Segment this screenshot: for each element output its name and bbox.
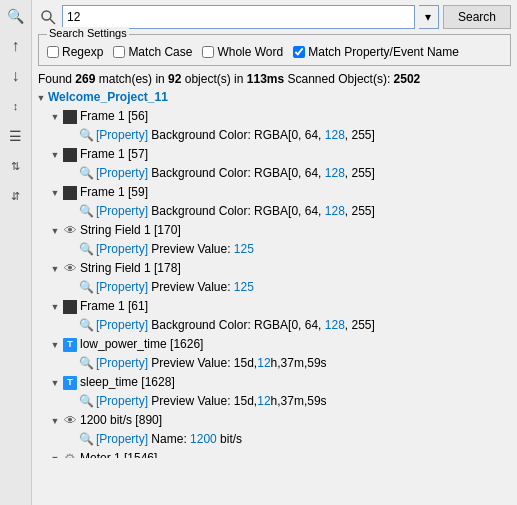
sidebar-sort-icon[interactable]: ⇅ xyxy=(4,154,28,178)
list-item[interactable]: ▼ Frame 1 [59] xyxy=(32,183,517,202)
search-button[interactable]: Search xyxy=(443,5,511,29)
sidebar: 🔍 ↑ ↓ ↕ ☰ ⇅ ⇵ xyxy=(0,0,32,505)
frame-icon xyxy=(62,147,78,163)
list-item[interactable]: ▼ 👁 1200 bit/s [890] xyxy=(32,411,517,430)
sidebar-down-icon[interactable]: ↓ xyxy=(4,64,28,88)
search-small-icon: 🔍 xyxy=(78,242,94,258)
svg-point-0 xyxy=(42,11,51,20)
sidebar-up-icon[interactable]: ↑ xyxy=(4,34,28,58)
list-item[interactable]: ▼ T sleep_time [1628] xyxy=(32,373,517,392)
eye-icon: 👁 xyxy=(62,413,78,429)
eye-icon: 👁 xyxy=(62,261,78,277)
results-bar: Found 269 match(es) in 92 object(s) in 1… xyxy=(32,70,517,88)
frame-icon xyxy=(62,299,78,315)
list-item[interactable]: 🔍 [Property] Preview Value: 15d,12h,37m,… xyxy=(32,392,517,411)
list-item[interactable]: ▼ Frame 1 [56] xyxy=(32,107,517,126)
property-label: [Property] Background Color: RGBA[0, 64,… xyxy=(96,165,375,182)
list-item[interactable]: 🔍 [Property] Background Color: RGBA[0, 6… xyxy=(32,164,517,183)
match-case-checkbox[interactable] xyxy=(113,46,125,58)
search-small-icon: 🔍 xyxy=(78,280,94,296)
match-property-label: Match Property/Event Name xyxy=(308,45,459,59)
match-property-checkbox[interactable] xyxy=(293,46,305,58)
gear-icon: ⚙ xyxy=(62,451,78,459)
property-label: [Property] Background Color: RGBA[0, 64,… xyxy=(96,317,375,334)
whole-word-checkbox[interactable] xyxy=(202,46,214,58)
search-small-icon: 🔍 xyxy=(78,166,94,182)
node-label: Frame 1 [59] xyxy=(80,184,148,201)
regex-checkbox[interactable] xyxy=(47,46,59,58)
search-icon xyxy=(38,7,58,27)
expand-icon: ▼ xyxy=(48,186,62,200)
expand-icon: ▼ xyxy=(48,376,62,390)
property-label: [Property] Background Color: RGBA[0, 64,… xyxy=(96,203,375,220)
main-content: ▾ Search Search Settings Regexp Match Ca… xyxy=(32,0,517,505)
expand-icon: ▼ xyxy=(48,224,62,238)
tree-panel[interactable]: ▼ Welcome_Project_11 ▼ Frame 1 [56] 🔍 [P… xyxy=(32,88,517,458)
svg-line-1 xyxy=(50,19,55,24)
list-item[interactable]: 🔍 [Property] Background Color: RGBA[0, 6… xyxy=(32,126,517,145)
expand-icon: ▼ xyxy=(48,300,62,314)
list-item[interactable]: 🔍 [Property] Preview Value: 15d,12h,37m,… xyxy=(32,354,517,373)
sidebar-adjust-icon[interactable]: ⇵ xyxy=(4,184,28,208)
property-label: [Property] Preview Value: 125 xyxy=(96,241,254,258)
node-label: low_power_time [1626] xyxy=(80,336,203,353)
list-item[interactable]: ▼ T low_power_time [1626] xyxy=(32,335,517,354)
search-dropdown-button[interactable]: ▾ xyxy=(419,5,439,29)
frame-icon xyxy=(62,109,78,125)
sidebar-updown-icon[interactable]: ↕ xyxy=(4,94,28,118)
match-case-label: Match Case xyxy=(128,45,192,59)
frame-icon xyxy=(62,185,78,201)
search-settings: Search Settings Regexp Match Case Whole … xyxy=(38,34,511,66)
regex-checkbox-label[interactable]: Regexp xyxy=(47,45,103,59)
settings-row: Regexp Match Case Whole Word Match Prope… xyxy=(47,45,502,59)
tree-root[interactable]: ▼ Welcome_Project_11 xyxy=(32,88,517,107)
list-item[interactable]: ▼ Frame 1 [61] xyxy=(32,297,517,316)
eye-icon: 👁 xyxy=(62,223,78,239)
search-small-icon: 🔍 xyxy=(78,432,94,448)
list-item[interactable]: 🔍 [Property] Preview Value: 125 xyxy=(32,240,517,259)
list-item[interactable]: ▼ ⚙ Meter 1 [1546] xyxy=(32,449,517,458)
node-label: sleep_time [1628] xyxy=(80,374,175,391)
node-label: Frame 1 [61] xyxy=(80,298,148,315)
T-icon: T xyxy=(62,337,78,353)
search-small-icon: 🔍 xyxy=(78,204,94,220)
expand-icon: ▼ xyxy=(34,91,48,105)
expand-icon: ▼ xyxy=(48,110,62,124)
node-label: 1200 bit/s [890] xyxy=(80,412,162,429)
search-input[interactable] xyxy=(62,5,415,29)
expand-icon: ▼ xyxy=(48,452,62,459)
search-small-icon: 🔍 xyxy=(78,128,94,144)
node-label: Frame 1 [57] xyxy=(80,146,148,163)
regex-label: Regexp xyxy=(62,45,103,59)
whole-word-checkbox-label[interactable]: Whole Word xyxy=(202,45,283,59)
expand-icon: ▼ xyxy=(48,148,62,162)
expand-icon: ▼ xyxy=(48,338,62,352)
property-label: [Property] Preview Value: 15d,12h,37m,59… xyxy=(96,393,327,410)
settings-legend: Search Settings xyxy=(47,27,129,39)
search-small-icon: 🔍 xyxy=(78,356,94,372)
property-label: [Property] Preview Value: 15d,12h,37m,59… xyxy=(96,355,327,372)
list-item[interactable]: ▼ 👁 String Field 1 [170] xyxy=(32,221,517,240)
search-small-icon: 🔍 xyxy=(78,318,94,334)
property-label: [Property] Background Color: RGBA[0, 64,… xyxy=(96,127,375,144)
root-label: Welcome_Project_11 xyxy=(48,89,168,106)
node-label: Meter 1 [1546] xyxy=(80,450,157,458)
list-item[interactable]: ▼ Frame 1 [57] xyxy=(32,145,517,164)
sidebar-search-icon[interactable]: 🔍 xyxy=(4,4,28,28)
match-case-checkbox-label[interactable]: Match Case xyxy=(113,45,192,59)
whole-word-label: Whole Word xyxy=(217,45,283,59)
results-text: Found 269 match(es) in 92 object(s) in 1… xyxy=(38,72,420,86)
list-item[interactable]: 🔍 [Property] Name: 1200 bit/s xyxy=(32,430,517,449)
list-item[interactable]: ▼ 👁 String Field 1 [178] xyxy=(32,259,517,278)
expand-icon: ▼ xyxy=(48,414,62,428)
list-item[interactable]: 🔍 [Property] Background Color: RGBA[0, 6… xyxy=(32,316,517,335)
node-label: String Field 1 [178] xyxy=(80,260,181,277)
T-icon: T xyxy=(62,375,78,391)
list-item[interactable]: 🔍 [Property] Background Color: RGBA[0, 6… xyxy=(32,202,517,221)
list-item[interactable]: 🔍 [Property] Preview Value: 125 xyxy=(32,278,517,297)
search-small-icon: 🔍 xyxy=(78,394,94,410)
node-label: String Field 1 [170] xyxy=(80,222,181,239)
match-property-checkbox-label[interactable]: Match Property/Event Name xyxy=(293,45,459,59)
property-label: [Property] Preview Value: 125 xyxy=(96,279,254,296)
sidebar-list-icon[interactable]: ☰ xyxy=(4,124,28,148)
